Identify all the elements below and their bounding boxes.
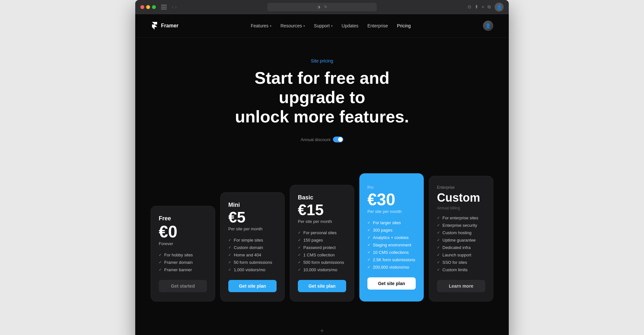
check-icon: ✓: [228, 253, 231, 257]
enterprise-billing-note: Annual billing: [437, 206, 485, 210]
browser-actions: ⊙ ⬆ + ⧉: [468, 4, 491, 10]
mini-plan-cta[interactable]: Get site plan: [228, 280, 277, 292]
nav-features[interactable]: Features ▾: [251, 23, 271, 28]
user-avatar-icon: 👤: [485, 23, 491, 28]
list-item: ✓ Custom hosting: [437, 230, 485, 235]
list-item: ✓ Framer domain: [159, 260, 207, 265]
list-item: ✓ For hobby sites: [159, 253, 207, 257]
list-item: ✓ Uptime guarantee: [437, 238, 485, 243]
profile-avatar[interactable]: 👤: [495, 3, 504, 12]
new-tab-icon[interactable]: +: [482, 4, 484, 10]
share-icon[interactable]: ⬆: [475, 4, 478, 10]
pro-plan-card: Pro €30 Per site per month ✓ For larger …: [359, 173, 424, 302]
list-item: ✓ 1,000 visitors/mo: [228, 267, 277, 272]
annual-discount-toggle: Annual discount: [151, 137, 493, 142]
mini-plan-period: Per site per month: [228, 226, 277, 231]
basic-feature-list: ✓ For personal sites ✓ 150 pages ✓ Passw…: [298, 230, 346, 272]
chevron-down-icon: ▾: [270, 24, 271, 28]
enterprise-plan-cta[interactable]: Learn more: [437, 280, 485, 292]
check-icon: ✓: [367, 250, 370, 254]
close-button[interactable]: [140, 5, 144, 9]
back-icon[interactable]: ‹: [172, 4, 174, 10]
chevron-down-icon: ▾: [331, 24, 333, 28]
basic-plan-period: Per site per month: [298, 219, 346, 224]
check-icon: ✓: [367, 258, 370, 262]
avatar-icon: 👤: [497, 5, 502, 10]
nav-updates[interactable]: Updates: [342, 23, 358, 28]
list-item: ✓ For enterprise sites: [437, 215, 485, 220]
chevron-down-icon: ▾: [303, 24, 305, 28]
list-item: ✓ 50 form submissions: [228, 260, 277, 265]
list-item: ✓ For simple sites: [228, 238, 277, 243]
browser-titlebar: ‹ › ◑ ↻ ⊙ ⬆ + ⧉ 👤: [135, 0, 509, 14]
check-icon: ✓: [367, 235, 370, 240]
list-item: ✓ Dedicated infra: [437, 245, 485, 250]
nav-features-label: Features: [251, 23, 269, 28]
forward-icon[interactable]: ›: [175, 4, 176, 10]
pro-plan-period: Per site per month: [367, 209, 416, 214]
list-item: ✓ 1 CMS collection: [298, 253, 346, 257]
check-icon: ✓: [298, 253, 301, 257]
hero-title: Start for free and upgrade to unlock mor…: [225, 69, 419, 126]
framer-logo-icon: [151, 22, 158, 30]
basic-plan-card: Basic €15 Per site per month ✓ For perso…: [290, 185, 354, 302]
list-item: ✓ 10,000 visitors/mo: [298, 267, 346, 272]
nav-enterprise[interactable]: Enterprise: [367, 23, 388, 28]
list-item: ✓ Password protect: [298, 245, 346, 250]
address-bar[interactable]: ◑ ↻: [267, 3, 377, 11]
enterprise-plan-category: Enterprise: [437, 185, 485, 190]
history-icon[interactable]: ⊙: [468, 4, 471, 10]
pro-plan-cta[interactable]: Get site plan: [367, 277, 416, 290]
check-icon: ✓: [228, 268, 231, 272]
list-item: ✓ Staging environment: [367, 243, 416, 247]
hero-title-line1: Start for free and upgrade to: [255, 69, 390, 107]
nav-links: Features ▾ Resources ▾ Support ▾ Updates…: [251, 23, 411, 28]
nav-support[interactable]: Support ▾: [314, 23, 333, 28]
list-item: ✓ Custom domain: [228, 245, 277, 250]
free-feature-list: ✓ For hobby sites ✓ Framer domain ✓ Fram…: [159, 253, 207, 272]
mini-plan-name: Mini: [228, 202, 277, 208]
free-plan-card: Free €0 Forever ✓ For hobby sites ✓ Fram…: [151, 206, 215, 302]
logo[interactable]: Framer: [151, 22, 178, 30]
nav-resources-label: Resources: [280, 23, 302, 28]
refresh-icon[interactable]: ↻: [324, 5, 327, 9]
pricing-cards-section: Free €0 Forever ✓ For hobby sites ✓ Fram…: [135, 173, 509, 321]
browser-window: ‹ › ◑ ↻ ⊙ ⬆ + ⧉ 👤 Framer: [135, 0, 509, 335]
site-navigation: Framer Features ▾ Resources ▾ Support ▾ …: [135, 14, 509, 38]
bottom-expand-icon[interactable]: +: [135, 321, 509, 335]
sidebar-toggle-icon[interactable]: [161, 5, 167, 9]
hero-label: Site pricing: [151, 58, 493, 63]
toggle-switch[interactable]: [333, 137, 343, 142]
minimize-button[interactable]: [146, 5, 150, 9]
check-icon: ✓: [367, 228, 370, 232]
check-icon: ✓: [437, 238, 440, 242]
basic-plan-cta[interactable]: Get site plan: [298, 280, 346, 292]
check-icon: ✓: [367, 265, 370, 269]
plus-icon: +: [320, 327, 324, 334]
list-item: ✓ Home and 404: [228, 253, 277, 257]
page-content: Framer Features ▾ Resources ▾ Support ▾ …: [135, 14, 509, 335]
fullscreen-button[interactable]: [152, 5, 156, 9]
enterprise-feature-list: ✓ For enterprise sites ✓ Enterprise secu…: [437, 215, 485, 272]
enterprise-plan-card: Enterprise Custom Annual billing ✓ For e…: [429, 176, 493, 302]
logo-text: Framer: [161, 23, 178, 29]
list-item: ✓ For personal sites: [298, 230, 346, 235]
toggle-knob: [338, 137, 343, 142]
check-icon: ✓: [437, 231, 440, 235]
traffic-lights: [140, 5, 156, 9]
list-item: ✓ For larger sites: [367, 220, 416, 225]
pro-feature-list: ✓ For larger sites ✓ 300 pages ✓ Analyti…: [367, 220, 416, 270]
check-icon: ✓: [437, 216, 440, 220]
check-icon: ✓: [367, 221, 370, 225]
nav-pricing[interactable]: Pricing: [397, 23, 411, 28]
free-plan-name: Free: [159, 215, 207, 222]
nav-updates-label: Updates: [342, 23, 358, 28]
check-icon: ✓: [298, 245, 301, 250]
tabs-icon[interactable]: ⧉: [488, 4, 491, 10]
nav-resources[interactable]: Resources ▾: [280, 23, 305, 28]
user-avatar[interactable]: 👤: [483, 21, 493, 31]
free-plan-cta[interactable]: Get started: [159, 280, 207, 292]
security-icon: ◑: [317, 5, 320, 9]
check-icon: ✓: [437, 245, 440, 250]
nav-support-label: Support: [314, 23, 330, 28]
